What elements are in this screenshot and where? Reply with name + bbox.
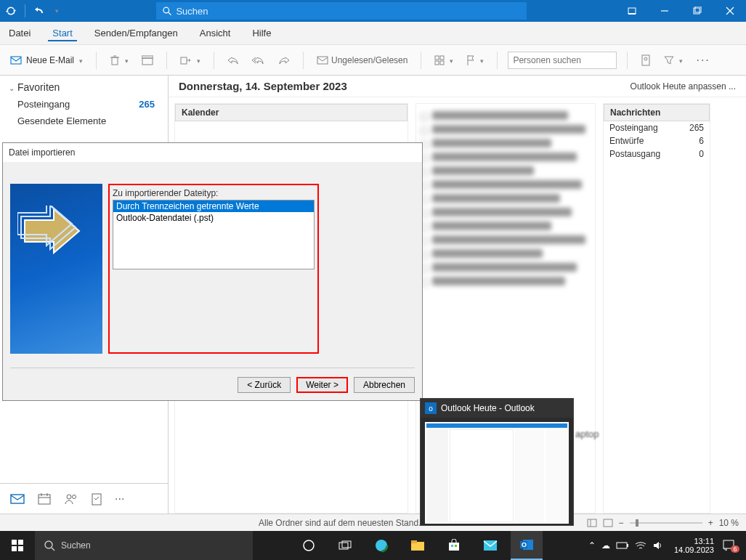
menu-senden[interactable]: Senden/Empfangen [90,25,182,41]
preview-title: Outlook Heute - Outlook [441,403,535,413]
mail-nav-icon[interactable] [10,494,25,504]
file-type-option-pst[interactable]: Outlook-Datendatei (.pst) [113,212,314,224]
svg-point-0 [163,7,169,13]
preview-body [425,422,569,524]
flag-icon[interactable] [463,52,487,69]
msg-row-drafts[interactable]: Entwürfe6 [604,134,710,147]
mail-icon [317,56,328,65]
edge-icon[interactable] [365,531,397,560]
more-nav-icon[interactable]: ··· [115,492,124,506]
sidebar-item-sent[interactable]: Gesendete Elemente [0,113,168,129]
reply-icon[interactable] [224,52,242,68]
mail-taskbar-icon[interactable] [474,531,506,560]
delete-icon[interactable] [107,52,131,69]
cloud-icon[interactable]: ☁ [601,540,610,551]
people-nav-icon[interactable] [64,493,78,505]
taskbar-preview[interactable]: o Outlook Heute - Outlook [420,398,574,526]
svg-rect-19 [435,61,439,65]
move-icon[interactable] [177,52,203,68]
undo-icon[interactable] [28,0,50,22]
ribbon-options-icon[interactable] [615,0,648,22]
unread-read-label: Ungelesen/Gelesen [331,55,408,65]
svg-rect-5 [694,8,700,14]
search-box[interactable] [156,2,527,20]
store-icon[interactable] [438,531,470,560]
menu-ansicht[interactable]: Ansicht [195,25,235,41]
svg-rect-37 [18,546,23,551]
svg-rect-6 [695,7,701,12]
search-input[interactable] [176,6,521,17]
taskbar-clock[interactable]: 13:11 14.09.2023 [668,537,720,554]
volume-icon[interactable] [652,540,662,551]
svg-rect-9 [11,57,21,64]
outlook-icon: o [425,402,437,414]
search-icon [44,540,55,551]
blurred-text: aptop [575,429,599,439]
windows-taskbar: Suchen O ⌃ ☁ 13:11 14.09.2023 6 [0,531,746,560]
back-button[interactable]: < Zurück [238,377,291,393]
sidebar-item-inbox[interactable]: Posteingang 265 [0,96,168,113]
qa-dropdown-icon[interactable] [50,0,62,22]
address-book-icon[interactable] [638,52,654,69]
system-tray[interactable]: ⌃ ☁ [583,540,668,551]
svg-rect-49 [455,545,457,547]
more-icon[interactable]: ··· [693,51,713,70]
file-type-option-csv[interactable]: Durch Trennzeichen getrennte Werte [113,200,314,212]
close-icon[interactable] [713,0,746,22]
toolbar: Neue E-Mail Ungelesen/Gelesen ··· [0,45,746,76]
maximize-icon[interactable] [681,0,713,22]
next-button[interactable]: Weiter > [296,377,348,393]
view-reading-icon[interactable] [603,519,613,527]
svg-point-29 [73,495,76,498]
archive-icon[interactable] [139,52,156,68]
svg-point-40 [304,540,314,551]
cancel-button[interactable]: Abbrechen [354,377,415,393]
unread-read-button[interactable]: Ungelesen/Gelesen [314,52,410,68]
svg-rect-20 [440,61,444,65]
taskview-icon[interactable] [329,531,361,560]
menu-hilfe[interactable]: Hilfe [248,25,275,41]
search-icon [162,6,171,16]
sync-icon[interactable] [0,0,22,22]
favorites-header[interactable]: ⌄Favoriten [0,76,168,96]
battery-icon[interactable] [616,542,629,549]
menu-datei[interactable]: Datei [4,25,35,41]
dialog-title: Datei importieren [3,143,422,162]
zoom-in-icon[interactable]: + [708,518,713,528]
svg-rect-48 [451,545,453,547]
reply-all-icon[interactable] [249,52,268,68]
import-dialog: Datei importieren Zu importierender Date… [2,142,423,401]
file-type-listbox[interactable]: Durch Trennzeichen getrennte Werte Outlo… [113,200,315,269]
msg-row-outbox[interactable]: Postausgang0 [604,147,710,161]
new-mail-button[interactable]: Neue E-Mail [7,52,86,68]
wifi-icon[interactable] [635,541,646,550]
svg-rect-35 [18,540,23,545]
svg-rect-15 [181,57,187,64]
chevron-up-icon[interactable]: ⌃ [588,540,596,551]
customize-link[interactable]: Outlook Heute anpassen ... [631,81,736,92]
explorer-icon[interactable] [402,531,434,560]
svg-rect-50 [484,540,497,551]
search-people-input[interactable] [508,52,617,69]
tasks-nav-icon[interactable] [92,492,102,506]
outlook-taskbar-icon[interactable]: O [511,531,543,560]
menubar: Datei Start Senden/Empfangen Ansicht Hil… [0,22,746,45]
view-normal-icon[interactable] [587,519,597,527]
forward-icon[interactable] [275,52,293,68]
msg-row-inbox[interactable]: Posteingang265 [604,121,710,134]
envelope-icon [10,55,23,65]
taskbar-search[interactable]: Suchen [35,531,253,560]
cortana-icon[interactable] [293,531,325,560]
messages-panel: Nachrichten Posteingang265 Entwürfe6 Pos… [603,103,710,514]
zoom-out-icon[interactable]: − [619,518,624,528]
calendar-nav-icon[interactable] [38,493,51,505]
minimize-icon[interactable] [648,0,681,22]
zoom-slider[interactable] [630,522,702,524]
notification-icon[interactable]: 6 [720,539,746,552]
filter-icon[interactable] [661,52,686,68]
zoom-label: 10 % [719,518,739,528]
menu-start[interactable]: Start [48,25,76,41]
start-button[interactable] [0,531,35,560]
svg-rect-33 [604,519,612,527]
categorize-icon[interactable] [431,52,456,68]
